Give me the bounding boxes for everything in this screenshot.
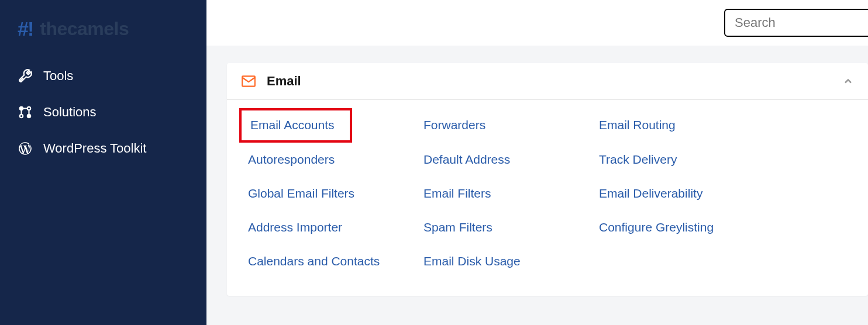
link-email-filters[interactable]: Email Filters (423, 177, 491, 210)
link-email-disk-usage[interactable]: Email Disk Usage (423, 244, 521, 278)
svg-point-5 (27, 115, 30, 117)
link-spam-filters[interactable]: Spam Filters (423, 210, 492, 244)
sidebar-item-solutions[interactable]: Solutions (0, 94, 206, 130)
link-global-email-filters[interactable]: Global Email Filters (248, 177, 354, 210)
logo-mark: #! (18, 18, 33, 40)
link-autoresponders[interactable]: Autoresponders (248, 143, 335, 177)
sidebar-item-tools[interactable]: Tools (0, 58, 206, 94)
panel-body: Email Accounts Forwarders Email Routing … (227, 100, 868, 296)
solutions-icon (18, 105, 33, 120)
svg-point-4 (20, 115, 23, 117)
link-forwarders[interactable]: Forwarders (423, 108, 485, 142)
email-icon (241, 74, 256, 89)
link-track-delivery[interactable]: Track Delivery (599, 143, 677, 177)
link-calendars-contacts[interactable]: Calendars and Contacts (248, 244, 380, 278)
link-address-importer[interactable]: Address Importer (248, 210, 342, 244)
link-email-routing[interactable]: Email Routing (599, 108, 676, 142)
chevron-up-icon (842, 75, 854, 87)
link-email-accounts[interactable]: Email Accounts (239, 108, 352, 143)
main-area: Email Email Accounts Forwarders Email Ro… (206, 0, 868, 325)
sidebar: #! thecamels Tools Soluti (0, 0, 206, 325)
wordpress-icon (18, 141, 33, 156)
sidebar-item-label: Tools (43, 68, 73, 84)
logo-text: thecamels (40, 18, 129, 40)
logo[interactable]: #! thecamels (0, 12, 206, 58)
link-default-address[interactable]: Default Address (423, 143, 510, 177)
topbar (206, 0, 868, 46)
email-panel: Email Email Accounts Forwarders Email Ro… (227, 63, 868, 296)
svg-point-2 (20, 107, 23, 110)
link-configure-greylisting[interactable]: Configure Greylisting (599, 210, 714, 244)
link-email-deliverability[interactable]: Email Deliverability (599, 177, 702, 210)
tools-icon (18, 68, 33, 84)
panel-title: Email (267, 74, 842, 89)
search-input[interactable] (724, 9, 868, 37)
svg-point-3 (27, 107, 30, 110)
email-panel-header[interactable]: Email (227, 63, 868, 100)
content: Email Email Accounts Forwarders Email Ro… (206, 46, 868, 296)
sidebar-item-wordpress[interactable]: WordPress Toolkit (0, 130, 206, 167)
sidebar-item-label: WordPress Toolkit (43, 141, 146, 156)
sidebar-item-label: Solutions (43, 105, 97, 120)
